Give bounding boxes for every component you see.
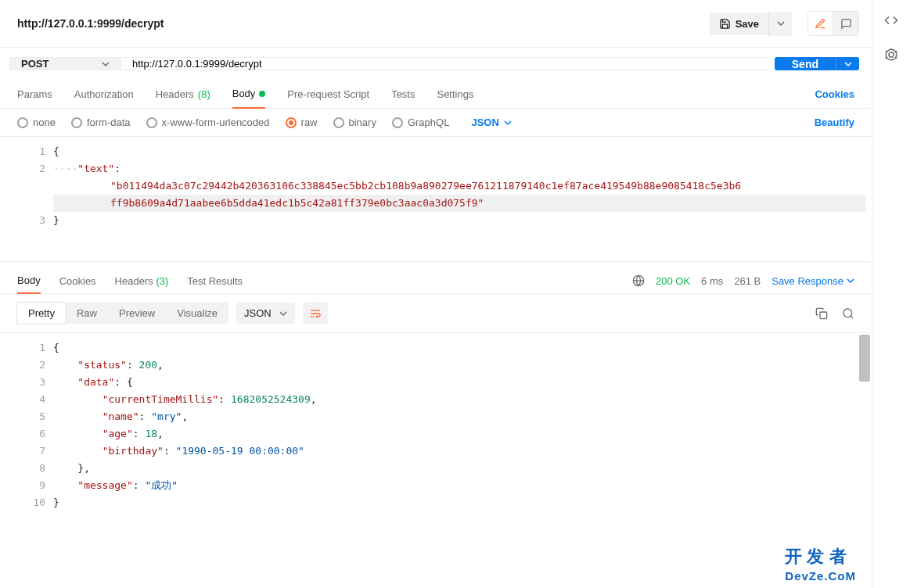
svg-line-13 — [886, 58, 887, 59]
editor-gutter: 123 — [6, 143, 53, 255]
body-type-none[interactable]: none — [17, 117, 56, 128]
svg-rect-4 — [820, 312, 827, 319]
resp-tab-headers[interactable]: Headers (3) — [115, 269, 169, 293]
right-rail — [872, 0, 910, 588]
chevron-down-icon — [102, 60, 110, 68]
save-group: Save — [710, 12, 792, 36]
response-gutter: 12345678910 — [6, 339, 53, 582]
view-visualize[interactable]: Visualize — [166, 303, 228, 324]
resp-tab-tests[interactable]: Test Results — [187, 269, 243, 293]
radio-icon — [17, 117, 28, 128]
wrap-toggle-button[interactable] — [303, 302, 328, 324]
code-icon[interactable] — [883, 13, 899, 28]
copy-icon[interactable] — [815, 307, 828, 320]
tab-headers-count: (8) — [198, 88, 210, 100]
response-size: 261 B — [734, 275, 761, 287]
send-button[interactable]: Send — [775, 57, 836, 70]
chevron-down-icon — [504, 119, 512, 127]
view-bar: Pretty Raw Preview Visualize JSON — [0, 294, 872, 333]
url-input[interactable] — [120, 57, 768, 70]
tab-body-label: Body — [232, 88, 256, 99]
view-pretty[interactable]: Pretty — [17, 303, 66, 324]
svg-line-12 — [886, 52, 887, 52]
send-dropdown-button[interactable] — [836, 57, 859, 70]
view-preview[interactable]: Preview — [108, 303, 166, 324]
main-area: http://127.0.0.1:9999/decrypt Save POST — [0, 0, 872, 588]
editor-code[interactable]: { ····"text": "b011494da3c07c29442b42036… — [53, 143, 865, 255]
svg-line-11 — [896, 58, 897, 59]
beautify-button[interactable]: Beautify — [815, 117, 854, 128]
chevron-down-icon — [279, 310, 287, 317]
info-icon[interactable] — [883, 47, 899, 63]
method-select[interactable]: POST — [9, 57, 120, 70]
response-tabs: Body Cookies Headers (3) Test Results 20… — [0, 262, 872, 294]
tab-headers-label: Headers — [156, 88, 194, 100]
globe-icon[interactable] — [632, 274, 645, 287]
tab-authorization[interactable]: Authorization — [74, 81, 134, 108]
svg-point-5 — [843, 309, 852, 317]
status-code: 200 OK — [656, 275, 690, 287]
request-title: http://127.0.0.1:9999/decrypt — [17, 17, 703, 30]
request-body-editor[interactable]: 123 { ····"text": "b011494da3c07c29442b4… — [0, 137, 872, 262]
view-raw[interactable]: Raw — [66, 303, 108, 324]
tab-headers[interactable]: Headers (8) — [156, 81, 210, 108]
method-value: POST — [21, 58, 49, 70]
tab-tests[interactable]: Tests — [391, 81, 415, 108]
url-row: POST Send — [0, 48, 872, 80]
chevron-down-icon — [844, 60, 852, 68]
body-types-row: none form-data x-www-form-urlencoded raw… — [0, 109, 872, 137]
tab-prerequest[interactable]: Pre-request Script — [287, 81, 369, 108]
send-group: Send — [775, 57, 859, 70]
titlebar: http://127.0.0.1:9999/decrypt Save — [0, 0, 872, 48]
body-type-graphql[interactable]: GraphQL — [392, 117, 449, 128]
scrollbar-thumb[interactable] — [859, 335, 870, 382]
response-body-viewer[interactable]: 12345678910 { "status": 200, "data": { "… — [0, 333, 872, 588]
save-response-button[interactable]: Save Response — [772, 275, 854, 287]
svg-point-8 — [889, 52, 894, 57]
radio-icon — [333, 117, 344, 128]
cookies-link[interactable]: Cookies — [815, 88, 854, 100]
chevron-down-icon — [847, 277, 854, 285]
resp-tab-cookies[interactable]: Cookies — [59, 269, 96, 293]
resp-tab-body[interactable]: Body — [17, 268, 41, 294]
edit-icon-button[interactable] — [808, 12, 833, 35]
comment-icon-button[interactable] — [833, 12, 858, 35]
tab-body-dot-icon — [259, 91, 265, 97]
radio-icon — [392, 117, 403, 128]
save-button[interactable]: Save — [710, 13, 768, 35]
response-code: { "status": 200, "data": { "currentTimeM… — [53, 339, 865, 582]
view-bar-right — [815, 307, 854, 320]
search-icon[interactable] — [842, 307, 854, 320]
radio-icon — [286, 117, 297, 128]
radio-icon — [146, 117, 157, 128]
svg-line-6 — [851, 316, 853, 318]
body-format-dropdown[interactable]: JSON — [471, 117, 511, 128]
body-type-formdata[interactable]: form-data — [71, 117, 131, 128]
right-icon-group — [807, 11, 859, 36]
svg-line-10 — [896, 52, 897, 52]
body-type-raw[interactable]: raw — [286, 117, 318, 128]
chevron-down-icon — [777, 20, 785, 27]
tab-settings[interactable]: Settings — [437, 81, 473, 108]
save-icon — [719, 18, 731, 30]
body-type-binary[interactable]: binary — [333, 117, 376, 128]
response-time: 6 ms — [701, 275, 723, 287]
svg-point-7 — [886, 49, 897, 60]
tab-params[interactable]: Params — [17, 81, 52, 108]
body-format-value: JSON — [471, 117, 498, 128]
body-type-xwww[interactable]: x-www-form-urlencoded — [146, 117, 270, 128]
wrap-icon — [309, 307, 322, 320]
tab-body[interactable]: Body — [232, 80, 266, 109]
response-format-dropdown[interactable]: JSON — [236, 303, 295, 324]
save-dropdown-button[interactable] — [768, 12, 792, 36]
radio-icon — [71, 117, 82, 128]
view-segment: Pretty Raw Preview Visualize — [17, 303, 228, 324]
response-meta: 200 OK 6 ms 261 B Save Response — [632, 274, 854, 287]
request-tabs: Params Authorization Headers (8) Body Pr… — [0, 80, 872, 109]
save-label: Save — [736, 18, 759, 30]
